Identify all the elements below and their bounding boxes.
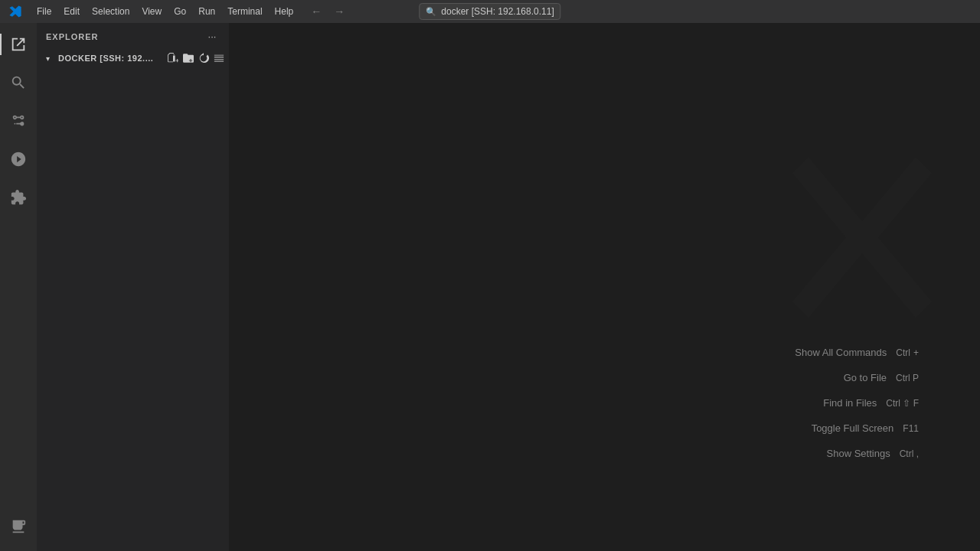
vscode-watermark	[766, 157, 980, 373]
sidebar-title: Explorer	[46, 32, 99, 41]
hint-label-go-to-file: Go to File	[844, 372, 887, 383]
explorer-section: ▾ DOCKER [SSH: 192....	[37, 50, 229, 67]
hint-label-toggle-full-screen: Toggle Full Screen	[812, 422, 894, 434]
folder-chevron-icon: ▾	[46, 54, 55, 63]
sidebar-header-actions: ···	[204, 29, 220, 44]
hint-key-ctrl-p: Ctrl P	[896, 373, 919, 383]
activity-explorer[interactable]	[0, 26, 37, 63]
activity-bar	[0, 23, 37, 551]
main-layout: Explorer ··· ▾ DOCKER [SSH: 192....	[0, 23, 980, 551]
hint-key-ctrl-comma: Ctrl ,	[900, 448, 919, 459]
hint-label-find-in-files: Find in Files	[823, 397, 877, 409]
menu-view[interactable]: View	[136, 0, 168, 23]
hint-show-all-commands: Show All Commands Ctrl +	[795, 347, 919, 358]
new-file-button[interactable]	[166, 51, 180, 65]
activity-extensions[interactable]	[0, 179, 37, 216]
command-hints: Show All Commands Ctrl + Go to File Ctrl…	[795, 347, 919, 459]
menu-edit[interactable]: Edit	[57, 0, 86, 23]
menu-run[interactable]: Run	[192, 0, 221, 23]
editor-area: Show All Commands Ctrl + Go to File Ctrl…	[230, 23, 980, 551]
activity-bottom	[0, 508, 37, 545]
hint-find-in-files: Find in Files Ctrl ⇧ F	[795, 397, 919, 409]
sidebar: Explorer ··· ▾ DOCKER [SSH: 192....	[37, 23, 230, 551]
sidebar-more-button[interactable]: ···	[204, 29, 220, 44]
folder-label: DOCKER [SSH: 192....	[58, 54, 153, 63]
hint-label-show-all-commands: Show All Commands	[795, 347, 887, 358]
activity-run-debug[interactable]	[0, 141, 37, 178]
menu-file[interactable]: File	[31, 0, 57, 23]
explorer-folder-row[interactable]: ▾ DOCKER [SSH: 192....	[37, 50, 229, 67]
search-icon: 🔍	[426, 7, 436, 17]
hint-show-settings: Show Settings Ctrl ,	[795, 448, 919, 459]
new-folder-button[interactable]	[181, 51, 195, 65]
activity-source-control[interactable]	[0, 103, 37, 139]
menu-help[interactable]: Help	[269, 0, 300, 23]
hint-keys-show-settings: Ctrl ,	[900, 448, 919, 459]
nav-forward-button[interactable]: →	[328, 3, 350, 20]
hint-go-to-file: Go to File Ctrl P	[795, 372, 919, 383]
hint-keys-toggle-full-screen: F11	[903, 423, 919, 434]
hint-keys-show-all-commands: Ctrl +	[896, 347, 919, 358]
sidebar-header: Explorer ···	[37, 23, 229, 50]
hint-key-ctrl: Ctrl	[896, 347, 910, 358]
activity-search[interactable]	[0, 64, 37, 101]
vscode-logo	[0, 5, 31, 18]
menu-terminal[interactable]: Terminal	[221, 0, 268, 23]
titlebar: File Edit Selection View Go Run Terminal…	[0, 0, 980, 23]
nav-back-button[interactable]: ←	[305, 3, 327, 20]
hint-key-plus: +	[913, 347, 919, 358]
hint-key-ctrl-shift-f: Ctrl ⇧ F	[886, 398, 919, 409]
refresh-button[interactable]	[197, 51, 211, 65]
hint-keys-go-to-file: Ctrl P	[896, 373, 919, 383]
search-text: docker [SSH: 192.168.0.11]	[441, 6, 554, 17]
menu-bar: File Edit Selection View Go Run Terminal…	[31, 0, 299, 23]
collapse-all-button[interactable]	[212, 51, 226, 65]
hint-label-show-settings: Show Settings	[827, 448, 890, 459]
hint-key-f11: F11	[903, 423, 919, 434]
hint-keys-find-in-files: Ctrl ⇧ F	[886, 398, 919, 409]
menu-selection[interactable]: Selection	[86, 0, 136, 23]
folder-row-actions	[166, 51, 226, 65]
search-box[interactable]: 🔍 docker [SSH: 192.168.0.11]	[419, 3, 560, 20]
menu-go[interactable]: Go	[168, 0, 192, 23]
hint-toggle-full-screen: Toggle Full Screen F11	[795, 422, 919, 434]
nav-buttons: ← →	[305, 3, 350, 20]
activity-remote[interactable]	[0, 508, 37, 545]
